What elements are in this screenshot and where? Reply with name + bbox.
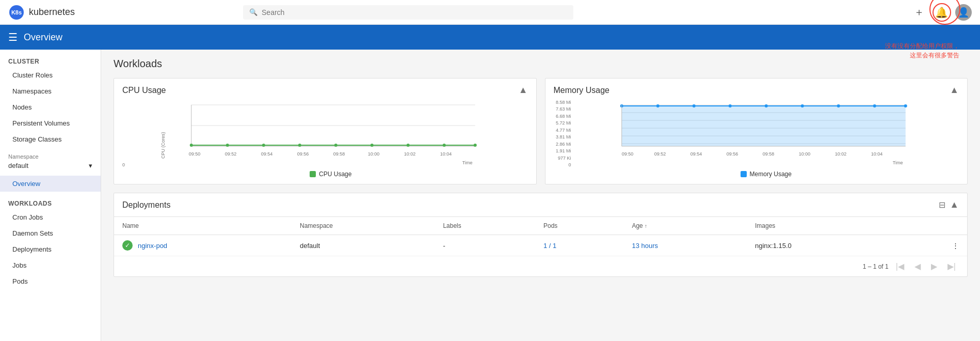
blue-header-bar: ☰ Overview bbox=[0, 25, 980, 50]
svg-point-14 bbox=[443, 144, 446, 147]
deployments-header: Deployments ⊟ ▲ bbox=[114, 193, 967, 217]
svg-point-9 bbox=[262, 144, 265, 147]
sidebar-item-namespaces[interactable]: Namespaces bbox=[0, 83, 101, 99]
memory-legend-icon bbox=[741, 171, 747, 177]
col-header-age: Age ↑ bbox=[623, 217, 747, 235]
sidebar: Cluster Cluster Roles Namespaces Nodes P… bbox=[0, 50, 101, 341]
filter-icon[interactable]: ⊟ bbox=[939, 200, 945, 210]
next-page-button[interactable]: ▶ bbox=[928, 260, 940, 272]
sidebar-item-cluster-roles[interactable]: Cluster Roles bbox=[0, 67, 101, 83]
sidebar-item-deployments[interactable]: Deployments bbox=[0, 241, 101, 257]
sidebar-item-pods[interactable]: Pods bbox=[0, 273, 101, 289]
svg-marker-32 bbox=[621, 106, 905, 146]
logo-area: K8s kubernetes bbox=[8, 4, 75, 21]
col-header-actions bbox=[900, 217, 967, 235]
cpu-chart-body: 0 bbox=[122, 100, 528, 178]
namespace-label: Namespace bbox=[8, 153, 92, 160]
svg-text:Time: Time bbox=[462, 160, 473, 165]
workloads-heading: Workloads bbox=[114, 58, 968, 70]
deployments-table-wrap: Name Namespace Labels Pods Age ↑ Images bbox=[114, 217, 967, 256]
svg-point-12 bbox=[371, 144, 374, 147]
cpu-chart-title: CPU Usage bbox=[122, 86, 166, 95]
chevron-down-icon: ▾ bbox=[89, 162, 92, 169]
memory-collapse-button[interactable]: ▲ bbox=[950, 85, 959, 96]
deployment-name-cell: ✓ nginx-pod bbox=[114, 235, 292, 256]
svg-text:10:04: 10:04 bbox=[871, 151, 882, 157]
deployment-menu-cell[interactable]: ⋮ bbox=[900, 235, 967, 256]
annotation-line1: 没有没有分配给用户权限， bbox=[885, 41, 959, 51]
first-page-button[interactable]: |◀ bbox=[893, 260, 907, 272]
memory-chart-svg: 09:50 09:52 09:54 09:56 09:58 10:00 10:0… bbox=[573, 100, 959, 167]
memory-chart-svg-wrap: 09:50 09:52 09:54 09:56 09:58 10:00 10:0… bbox=[573, 100, 959, 178]
deployments-title: Deployments bbox=[122, 200, 170, 210]
pagination-count: 1 – 1 of 1 bbox=[863, 263, 889, 270]
svg-text:Time: Time bbox=[892, 160, 903, 165]
sidebar-item-storage-classes[interactable]: Storage Classes bbox=[0, 131, 101, 147]
cpu-chart-svg: CPU (Cores) 09:50 09:52 09:54 09:56 09:5… bbox=[134, 100, 528, 167]
content-area: Workloads CPU Usage ▲ 0 bbox=[101, 50, 980, 341]
svg-point-34 bbox=[656, 104, 659, 107]
deployments-collapse-button[interactable]: ▲ bbox=[950, 199, 959, 210]
namespace-select[interactable]: default ▾ bbox=[8, 162, 92, 169]
svg-text:09:58: 09:58 bbox=[333, 151, 345, 157]
pods-link[interactable]: 1 / 1 bbox=[543, 242, 556, 250]
deployment-name-link[interactable]: nginx-pod bbox=[138, 242, 167, 250]
deployments-thead: Name Namespace Labels Pods Age ↑ Images bbox=[114, 217, 967, 235]
deployments-card: Deployments ⊟ ▲ Name Namespace Labels Po… bbox=[114, 193, 968, 277]
sidebar-item-overview[interactable]: Overview bbox=[0, 176, 101, 192]
col-header-namespace: Namespace bbox=[292, 217, 435, 235]
add-button[interactable]: ＋ bbox=[910, 3, 928, 22]
deployments-actions: ⊟ ▲ bbox=[939, 199, 959, 210]
sidebar-item-daemon-sets[interactable]: Daemon Sets bbox=[0, 225, 101, 241]
svg-text:09:56: 09:56 bbox=[297, 151, 309, 157]
memory-chart-header: Memory Usage ▲ bbox=[554, 85, 959, 96]
search-input[interactable] bbox=[262, 8, 567, 17]
svg-point-40 bbox=[873, 104, 876, 107]
sidebar-item-cron-jobs[interactable]: Cron Jobs bbox=[0, 209, 101, 225]
last-page-button[interactable]: ▶| bbox=[944, 260, 959, 272]
svg-text:09:52: 09:52 bbox=[225, 151, 237, 157]
svg-text:09:56: 09:56 bbox=[726, 151, 738, 157]
col-header-labels: Labels bbox=[435, 217, 535, 235]
svg-point-7 bbox=[190, 144, 193, 147]
sidebar-item-nodes[interactable]: Nodes bbox=[0, 99, 101, 115]
memory-chart-title: Memory Usage bbox=[554, 86, 609, 95]
col-header-pods: Pods bbox=[535, 217, 623, 235]
status-healthy-icon: ✓ bbox=[122, 240, 133, 251]
svg-point-15 bbox=[474, 144, 477, 147]
menu-icon[interactable]: ☰ bbox=[8, 31, 18, 43]
notifications-button[interactable]: 🔔 bbox=[933, 3, 951, 22]
svg-text:09:50: 09:50 bbox=[189, 151, 201, 157]
namespace-section: Namespace default ▾ bbox=[0, 147, 101, 176]
sidebar-item-jobs[interactable]: Jobs bbox=[0, 257, 101, 273]
cpu-y-axis: 0 bbox=[122, 100, 134, 178]
svg-text:09:52: 09:52 bbox=[654, 151, 666, 157]
cpu-chart-svg-wrap: CPU (Cores) 09:50 09:52 09:54 09:56 09:5… bbox=[134, 100, 528, 178]
search-bar[interactable]: 🔍 bbox=[243, 5, 573, 20]
kubernetes-logo-icon: K8s bbox=[8, 4, 25, 21]
user-avatar-button[interactable]: 👤 bbox=[955, 4, 972, 21]
svg-text:10:02: 10:02 bbox=[834, 151, 846, 157]
pagination: 1 – 1 of 1 |◀ ◀ ▶ ▶| bbox=[114, 256, 967, 276]
charts-row: CPU Usage ▲ 0 bbox=[114, 78, 968, 184]
table-row: ✓ nginx-pod default - 1 / 1 13 hours bbox=[114, 235, 967, 256]
cluster-section-title: Cluster bbox=[0, 50, 101, 67]
cpu-collapse-button[interactable]: ▲ bbox=[519, 85, 528, 96]
svg-text:09:58: 09:58 bbox=[762, 151, 774, 157]
prev-page-button[interactable]: ◀ bbox=[911, 260, 924, 272]
main-layout: Cluster Cluster Roles Namespaces Nodes P… bbox=[0, 50, 980, 341]
cpu-legend-label: CPU Usage bbox=[319, 171, 351, 178]
deployment-age-cell: 13 hours bbox=[623, 235, 747, 256]
age-sort-icon: ↑ bbox=[645, 223, 647, 229]
svg-point-13 bbox=[407, 144, 410, 147]
cpu-chart-card: CPU Usage ▲ 0 bbox=[114, 78, 537, 184]
col-header-name: Name bbox=[114, 217, 292, 235]
svg-text:K8s: K8s bbox=[11, 9, 22, 16]
sidebar-item-persistent-volumes[interactable]: Persistent Volumes bbox=[0, 115, 101, 131]
svg-text:09:54: 09:54 bbox=[690, 151, 702, 157]
bell-wrapper: 🔔 bbox=[933, 3, 951, 22]
deployment-images-cell: nginx:1.15.0 bbox=[747, 235, 900, 256]
age-link[interactable]: 13 hours bbox=[632, 242, 658, 250]
deployments-tbody: ✓ nginx-pod default - 1 / 1 13 hours bbox=[114, 235, 967, 256]
svg-text:10:04: 10:04 bbox=[440, 151, 452, 157]
